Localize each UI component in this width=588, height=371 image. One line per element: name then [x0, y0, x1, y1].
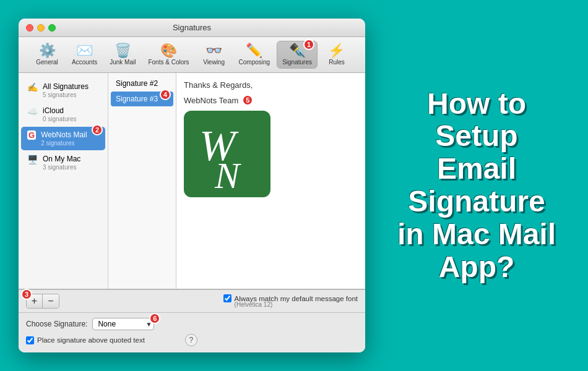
toolbar-item-junk[interactable]: 🗑️ Junk Mail [104, 41, 141, 69]
headline-line3: Email [397, 153, 556, 186]
dropdown-wrapper: None Signature #2 Signature #3 ▼ 6 [92, 318, 154, 330]
toolbar-item-fonts[interactable]: 🎨 Fonts & Colors [142, 41, 194, 69]
headline-text: How to Setup Email Signature in Mac Mail… [397, 88, 556, 284]
preview-text-line1: Thanks & Regards, [184, 80, 358, 90]
signature-logo: W N [184, 111, 270, 197]
general-label: General [36, 59, 58, 66]
minimize-button[interactable] [37, 24, 45, 32]
preview-badge: 5 [242, 95, 253, 106]
sig3-badge: 4 [160, 89, 171, 100]
bottom-bar: 3 + − Always match my default message fo… [19, 290, 365, 313]
main-content: ✍️ All Signatures 5 signatures ☁️ iCloud… [19, 73, 365, 289]
signatures-badge: 1 [303, 39, 314, 50]
general-icon: ⚙️ [39, 44, 56, 58]
webnots-icon: G [27, 130, 36, 140]
rules-icon: ⚡ [328, 44, 345, 58]
svg-text:N: N [214, 155, 241, 194]
toolbar-item-viewing[interactable]: 👓 Viewing [196, 41, 232, 69]
fonts-label: Fonts & Colors [148, 59, 189, 66]
sig2-label: Signature #2 [116, 79, 158, 88]
preview-text-line2: WebNots Team [184, 96, 238, 105]
signature-dropdown[interactable]: None Signature #2 Signature #3 [92, 318, 154, 330]
place-sig-label: Place signature above quoted text [37, 336, 145, 344]
onmymac-name: On My Mac [43, 155, 80, 163]
accounts-label: Accounts [72, 59, 97, 66]
place-sig-row: Place signature above quoted text ? [26, 334, 197, 346]
icloud-icon: ☁️ [27, 106, 38, 116]
match-font-checkbox[interactable] [223, 294, 231, 302]
remove-signature-button[interactable]: − [43, 294, 59, 308]
toolbar-item-rules[interactable]: ⚡ Rules [319, 41, 355, 69]
headline-line4: Signature [397, 186, 556, 218]
choose-sig-label: Choose Signature: [26, 320, 87, 328]
signatures-label: Signatures [282, 59, 312, 66]
headline-line1: How to [397, 88, 556, 121]
headline-section: How to Setup Email Signature in Mac Mail… [365, 75, 588, 296]
place-sig-checkbox[interactable] [26, 336, 34, 344]
traffic-lights [26, 24, 56, 32]
headline-line5: in Mac Mail [397, 218, 556, 251]
toolbar: ⚙️ General ✉️ Accounts 🗑️ Junk Mail 🎨 Fo… [19, 37, 365, 73]
headline-line2: Setup [397, 120, 556, 153]
sig3-label: Signature #3 [116, 95, 158, 103]
junk-icon: 🗑️ [115, 44, 131, 58]
accounts-column: ✍️ All Signatures 5 signatures ☁️ iCloud… [19, 73, 108, 289]
signature-svg: W N [187, 114, 267, 194]
toolbar-item-composing[interactable]: ✏️ Composing [233, 41, 276, 69]
composing-label: Composing [239, 59, 270, 66]
all-sigs-name: All Signatures [43, 82, 89, 91]
account-all[interactable]: ✍️ All Signatures 5 signatures [21, 79, 105, 102]
help-button[interactable]: ? [185, 334, 197, 346]
webnots-count: 2 signatures [41, 140, 87, 147]
viewing-label: Viewing [203, 59, 225, 66]
fonts-icon: 🎨 [160, 44, 177, 58]
account-onmymac[interactable]: 🖥️ On My Mac 3 signatures [21, 151, 105, 174]
signatures-column: Signature #2 4 Signature #3 [108, 73, 176, 289]
mail-preferences-window: Signatures ⚙️ General ✉️ Accounts 🗑️ Jun… [19, 19, 365, 352]
preview-column: Thanks & Regards, WebNots Team 5 W N [176, 73, 365, 289]
add-remove-badge: 3 [21, 289, 32, 300]
all-sigs-icon: ✍️ [27, 82, 38, 92]
headline-line6: App? [397, 251, 556, 284]
junk-label: Junk Mail [110, 59, 136, 66]
webnots-badge: 2 [92, 124, 103, 135]
bottom-section: Choose Signature: None Signature #2 Sign… [19, 313, 365, 352]
onmymac-icon: 🖥️ [27, 155, 38, 164]
viewing-icon: 👓 [205, 44, 222, 58]
bottom-rows: 3 + − Always match my default message fo… [19, 289, 365, 352]
dropdown-badge: 6 [149, 313, 160, 324]
toolbar-item-signatures[interactable]: 1 ✒️ Signatures [277, 41, 318, 69]
account-webnots[interactable]: 2 G WebNots Mail 2 signatures [21, 127, 105, 150]
account-icloud[interactable]: ☁️ iCloud 0 signatures [21, 103, 105, 126]
icloud-name: iCloud [43, 106, 76, 115]
toolbar-item-general[interactable]: ⚙️ General [29, 41, 65, 69]
titlebar: Signatures [19, 19, 365, 37]
signature-sig3[interactable]: 4 Signature #3 [111, 92, 173, 106]
onmymac-count: 3 signatures [43, 164, 80, 171]
icloud-count: 0 signatures [43, 116, 76, 122]
all-sigs-count: 5 signatures [43, 92, 89, 98]
close-button[interactable] [26, 24, 33, 32]
choose-sig-row: Choose Signature: None Signature #2 Sign… [26, 318, 154, 330]
composing-icon: ✏️ [246, 44, 262, 58]
window-title: Signatures [173, 23, 211, 32]
accounts-icon: ✉️ [76, 44, 93, 58]
maximize-button[interactable] [48, 24, 56, 32]
font-hint: (Helvetica 12) [235, 301, 358, 308]
webnots-name: WebNots Mail [41, 130, 87, 139]
toolbar-item-accounts[interactable]: ✉️ Accounts [66, 41, 103, 69]
rules-label: Rules [329, 59, 345, 66]
